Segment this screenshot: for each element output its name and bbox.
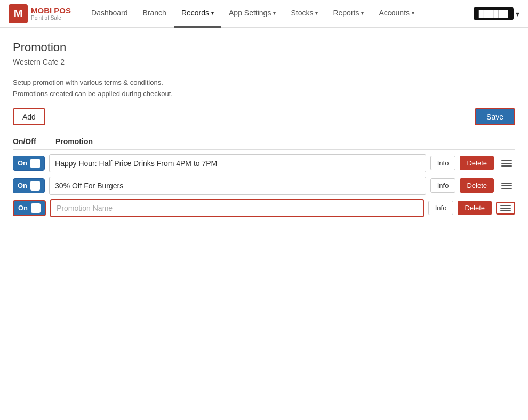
nav-item-records[interactable]: Records ▾ bbox=[174, 0, 221, 28]
promo-row-3: On Info Delete bbox=[13, 199, 515, 217]
accounts-caret: ▾ bbox=[412, 10, 414, 16]
description-line1: Setup promotion with various terms & con… bbox=[13, 77, 515, 89]
nav-item-reports[interactable]: Reports ▾ bbox=[325, 0, 371, 28]
info-button-1[interactable]: Info bbox=[430, 156, 456, 170]
drag-handle-3[interactable] bbox=[496, 202, 515, 215]
col-promotion-header: Promotion bbox=[55, 137, 515, 146]
records-caret: ▾ bbox=[211, 10, 214, 16]
stocks-caret: ▾ bbox=[315, 10, 318, 16]
add-button[interactable]: Add bbox=[13, 108, 45, 125]
user-badge: ██████ bbox=[474, 7, 514, 20]
toggle-3[interactable]: On bbox=[13, 200, 46, 216]
toggle-label-2: On bbox=[18, 181, 27, 189]
info-button-3[interactable]: Info bbox=[428, 201, 454, 215]
toggle-knob-3 bbox=[31, 203, 41, 213]
toggle-knob-2 bbox=[30, 181, 40, 191]
toggle-label-3: On bbox=[18, 204, 28, 212]
reports-caret: ▾ bbox=[361, 10, 364, 16]
logo-sub: Point of Sale bbox=[31, 15, 71, 21]
nav-item-stocks[interactable]: Stocks ▾ bbox=[283, 0, 325, 28]
navbar: M MOBI POS Point of Sale Dashboard Branc… bbox=[0, 0, 528, 28]
appsettings-caret: ▾ bbox=[273, 10, 276, 16]
toolbar: Add Save bbox=[13, 108, 515, 125]
nav-items: Dashboard Branch Records ▾ App Settings … bbox=[84, 0, 474, 28]
col-onoff-header: On/Off bbox=[13, 137, 55, 146]
toggle-knob-1 bbox=[30, 159, 40, 168]
save-button[interactable]: Save bbox=[475, 108, 515, 125]
nav-item-accounts[interactable]: Accounts ▾ bbox=[371, 0, 422, 28]
delete-button-1[interactable]: Delete bbox=[460, 156, 494, 170]
nav-item-appsettings[interactable]: App Settings ▾ bbox=[221, 0, 283, 28]
drag-handle-2[interactable] bbox=[498, 180, 515, 191]
nav-user[interactable]: ██████ ▾ bbox=[474, 7, 519, 20]
toggle-2[interactable]: On bbox=[13, 178, 45, 193]
description: Setup promotion with various terms & con… bbox=[13, 77, 515, 100]
nav-item-dashboard[interactable]: Dashboard bbox=[84, 0, 135, 28]
info-button-2[interactable]: Info bbox=[430, 178, 456, 193]
promo-input-3[interactable] bbox=[50, 199, 424, 217]
description-line2: Promotions created can be applied during… bbox=[13, 89, 515, 100]
branch-name: Western Cafe 2 bbox=[13, 58, 515, 72]
main-content: Promotion Western Cafe 2 Setup promotion… bbox=[0, 28, 528, 234]
toggle-1[interactable]: On bbox=[13, 156, 45, 171]
user-caret: ▾ bbox=[516, 10, 519, 18]
toggle-label-1: On bbox=[18, 159, 27, 167]
logo-icon: M bbox=[9, 4, 28, 23]
delete-button-2[interactable]: Delete bbox=[460, 178, 494, 193]
drag-handle-1[interactable] bbox=[498, 158, 515, 169]
promo-input-1[interactable] bbox=[49, 154, 426, 172]
logo-name: MOBI POS bbox=[31, 6, 71, 15]
delete-button-3[interactable]: Delete bbox=[458, 201, 492, 215]
nav-item-branch[interactable]: Branch bbox=[135, 0, 174, 28]
promo-row-2: On Info Delete bbox=[13, 177, 515, 195]
promo-row-1: On Info Delete bbox=[13, 154, 515, 172]
table-header: On/Off Promotion bbox=[13, 134, 515, 150]
page-title: Promotion bbox=[13, 41, 515, 54]
logo[interactable]: M MOBI POS Point of Sale bbox=[9, 4, 71, 23]
promo-input-2[interactable] bbox=[49, 177, 426, 195]
